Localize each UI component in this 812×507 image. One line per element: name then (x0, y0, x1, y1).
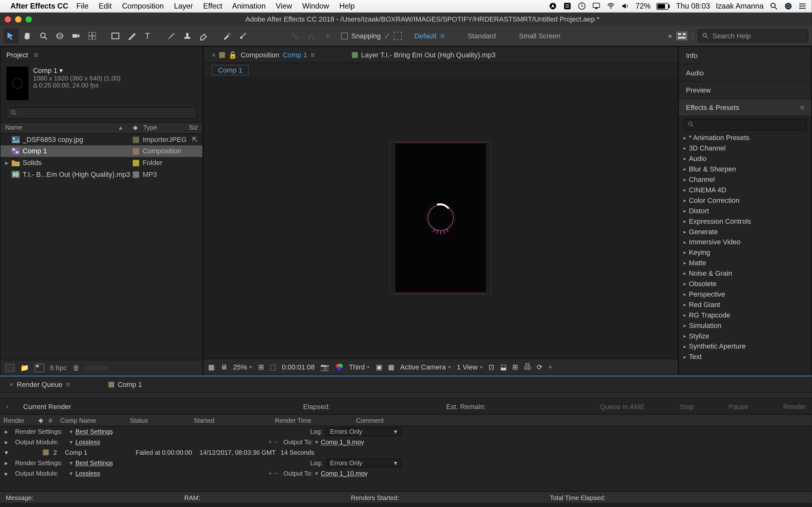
col-type[interactable]: Type (139, 123, 184, 133)
disclosure-icon[interactable]: ▸ (5, 159, 11, 167)
disclosure-icon[interactable]: ▸ (683, 260, 687, 266)
menu-layer[interactable]: Layer (174, 2, 193, 10)
rs-value[interactable]: Best Settings (75, 459, 113, 466)
effect-category[interactable]: ▸* Animation Presets (679, 133, 811, 143)
composition-viewer[interactable] (204, 77, 678, 358)
om-value[interactable]: Lossless (75, 439, 100, 446)
render-button[interactable]: Render (783, 402, 806, 411)
dropdown-caret-icon[interactable]: ▾ (69, 428, 73, 435)
resolution-dropdown[interactable]: Third▾ (349, 363, 370, 371)
wifi-icon[interactable] (606, 2, 615, 10)
mask-icon[interactable]: ⬚ (270, 363, 276, 371)
menu-window[interactable]: Window (302, 2, 329, 10)
col-size[interactable]: Siz (184, 123, 202, 133)
comp-name[interactable]: Comp 1 ▾ (33, 66, 120, 75)
disclosure-icon[interactable]: ▸ (683, 156, 687, 162)
om-value[interactable]: Lossless (75, 470, 100, 477)
label-swatch[interactable] (133, 171, 139, 177)
menu-file[interactable]: File (77, 2, 89, 10)
ws-standard[interactable]: Standard (467, 32, 496, 40)
type-tool[interactable]: T (140, 28, 155, 43)
effect-category[interactable]: ▸Blur & Sharpen (679, 164, 811, 174)
new-comp-icon[interactable] (35, 363, 44, 372)
panel-menu-icon[interactable]: ≡ (310, 51, 315, 59)
add-output-icon[interactable]: + − (268, 470, 277, 477)
clock-icon[interactable] (577, 2, 586, 10)
effect-category[interactable]: ▸CINEMA 4D (679, 185, 811, 195)
disclosure-icon[interactable]: ▸ (683, 291, 687, 297)
current-time[interactable]: 0:00:01:08 (282, 363, 315, 371)
col-render[interactable]: Render (0, 417, 35, 424)
zoom-dropdown[interactable]: 25%▾ (233, 363, 252, 371)
lock-icon[interactable]: 🔒 (229, 51, 237, 59)
col-comment[interactable]: Comment (352, 417, 812, 424)
label-swatch[interactable] (133, 136, 139, 143)
airplay-icon[interactable] (592, 2, 600, 10)
puppet-pin-tool[interactable] (235, 28, 251, 43)
dropdown-caret-icon[interactable]: ▾ (69, 459, 73, 467)
view-option-icon-1[interactable]: ⊡ (489, 363, 494, 371)
effect-category[interactable]: ▸Immersive Video (679, 237, 811, 247)
hand-tool[interactable] (20, 28, 35, 43)
effect-category[interactable]: ▸Audio (679, 153, 811, 164)
project-item[interactable]: T.I.- B...Em Out (High Quality).mp3MP3 (1, 169, 202, 180)
col-rendertime[interactable]: Render Time (271, 417, 353, 424)
camera-tool[interactable] (68, 28, 84, 43)
disclosure-icon[interactable]: ▸ (683, 135, 687, 141)
dropdown-caret-icon[interactable]: ▾ (315, 469, 318, 477)
disclosure-icon[interactable]: ▸ (683, 166, 687, 172)
bpc-label[interactable]: 8 bpc (50, 363, 67, 372)
notifications-icon[interactable] (798, 2, 807, 10)
disclosure-icon[interactable]: ▸ (683, 146, 687, 151)
camera-dropdown[interactable]: Active Camera▾ (400, 363, 451, 371)
log-dropdown[interactable]: Errors Only▾ (326, 427, 402, 436)
comp-tab-1[interactable]: × 🔒 Composition Comp 1 ≡ (207, 49, 319, 60)
disclosure-icon[interactable]: ▸ (683, 208, 687, 214)
location-icon[interactable] (548, 2, 557, 10)
effects-presets-panel[interactable]: Effects & Presets≡ (679, 99, 811, 117)
color-channels-icon[interactable] (335, 363, 343, 371)
effect-category[interactable]: ▸Synthetic Aperture (679, 341, 811, 352)
mesh-tool-3[interactable] (320, 28, 335, 43)
effect-category[interactable]: ▸3D Channel (679, 143, 811, 154)
view-option-icon-3[interactable]: ⊞ (512, 363, 518, 371)
menu-animation[interactable]: Animation (232, 2, 266, 10)
close-icon[interactable]: × (9, 380, 13, 389)
zoom-tool[interactable] (36, 28, 51, 43)
pause-button[interactable]: Pause (728, 402, 748, 411)
ws-default[interactable]: Default ≡ (415, 32, 445, 40)
panel-menu-icon[interactable]: ≡ (66, 380, 70, 389)
disclosure-icon[interactable]: ▸ (683, 229, 687, 234)
menu-edit[interactable]: Edit (99, 2, 112, 10)
output-file[interactable]: Comp 1_9.mov (321, 439, 364, 446)
siri-icon[interactable] (784, 2, 792, 10)
effect-category[interactable]: ▸Red Giant (679, 299, 811, 310)
menu-composition[interactable]: Composition (122, 2, 164, 10)
rectangle-tool[interactable] (108, 28, 123, 43)
audio-panel[interactable]: Audio (679, 64, 811, 82)
user-name[interactable]: Izaak Amanna (716, 2, 764, 10)
new-folder-icon[interactable]: 📁 (20, 363, 29, 372)
effect-category[interactable]: ▸Simulation (679, 320, 811, 331)
stop-button[interactable]: Stop (679, 402, 694, 411)
rs-value[interactable]: Best Settings (75, 428, 113, 435)
pen-tool[interactable] (124, 28, 139, 43)
disclosure-icon[interactable]: ▸ (683, 187, 687, 193)
disclosure-icon[interactable]: ▸ (683, 239, 687, 245)
clone-stamp-tool[interactable] (180, 28, 195, 43)
disclosure-icon[interactable]: ▸ (683, 250, 687, 256)
effect-category[interactable]: ▸Noise & Grain (679, 268, 811, 279)
col-status[interactable]: Status (126, 417, 190, 424)
effect-category[interactable]: ▸Expression Controls (679, 216, 811, 227)
orbit-tool[interactable] (52, 28, 67, 43)
disclosure-icon[interactable]: ▸ (5, 459, 15, 467)
interpret-footage-icon[interactable] (5, 363, 14, 372)
refresh-icon[interactable]: ⟳ (537, 363, 542, 371)
timeline-tab[interactable]: Comp 1 (104, 379, 147, 389)
disclosure-icon[interactable]: › (6, 402, 8, 411)
label-swatch[interactable] (133, 160, 139, 166)
disclosure-icon[interactable]: ▸ (683, 354, 687, 360)
workspace-overflow-icon[interactable]: » (668, 32, 672, 40)
dropdown-caret-icon[interactable]: ▾ (69, 469, 73, 477)
disclosure-icon[interactable]: ▸ (683, 177, 687, 182)
